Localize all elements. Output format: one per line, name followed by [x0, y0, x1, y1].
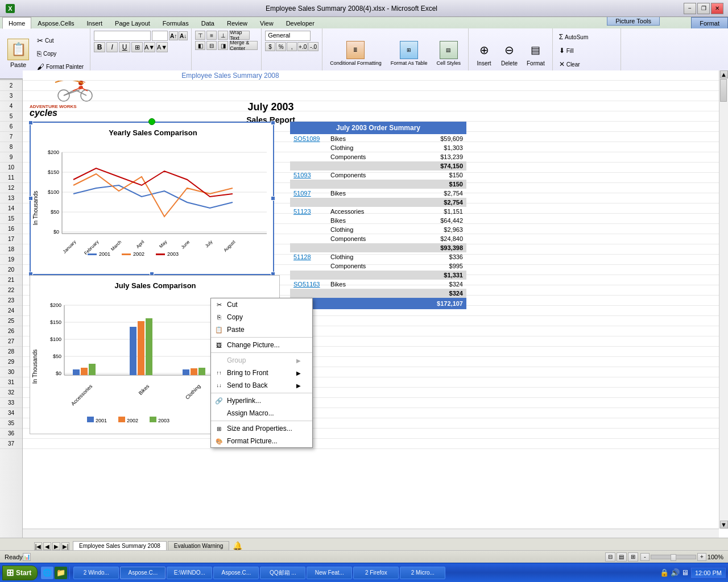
- close-button[interactable]: ✕: [711, 3, 723, 14]
- zoom-decrease[interactable]: -: [640, 553, 650, 561]
- page-break-btn[interactable]: ⊞: [628, 552, 638, 562]
- sheet-prev[interactable]: ◀: [43, 542, 51, 550]
- autosum-button[interactable]: Σ AutoSum: [556, 31, 617, 43]
- align-top[interactable]: ⊤: [195, 31, 205, 40]
- cell-styles-button[interactable]: ▤ Cell Styles: [433, 31, 465, 76]
- zoom-increase[interactable]: +: [697, 553, 706, 561]
- order-id-cell[interactable]: 51097: [290, 189, 327, 198]
- decimal-increase[interactable]: +.0: [297, 42, 308, 51]
- sheet-add-btn[interactable]: 🔔: [230, 541, 242, 550]
- taskbar-btn-firefox[interactable]: 2 Firefox: [353, 567, 399, 579]
- conditional-formatting-button[interactable]: ≣ Conditional Formatting: [326, 31, 386, 76]
- ctx-send-to-back[interactable]: ↓↓ Send to Back ▶: [211, 379, 312, 392]
- ctx-assign-macro[interactable]: Assign Macro...: [211, 407, 312, 419]
- tab-pagelayout[interactable]: Page Layout: [109, 17, 156, 28]
- taskbar-btn-windo2[interactable]: E:\WINDO...: [167, 567, 212, 579]
- ie-icon[interactable]: 🌐: [41, 567, 53, 579]
- ctx-paste[interactable]: 📋 Paste: [211, 323, 312, 336]
- tab-view[interactable]: View: [254, 17, 280, 28]
- bold-button[interactable]: B: [94, 42, 105, 52]
- zoom-thumb[interactable]: [671, 554, 676, 561]
- page-layout-btn[interactable]: ▤: [617, 552, 627, 562]
- delete-button[interactable]: ⊖ Delete: [497, 31, 522, 76]
- fill-color-button[interactable]: A▼: [144, 42, 155, 52]
- align-center[interactable]: ⊟: [206, 41, 217, 50]
- taskbar-btn-qq[interactable]: QQ邮箱 ...: [260, 567, 305, 579]
- clock[interactable]: 12:00 PM: [691, 568, 726, 578]
- number-format-dropdown[interactable]: General: [265, 31, 311, 41]
- font-size-dropdown[interactable]: [152, 31, 168, 41]
- taskbar-btn-windo[interactable]: 2 Windo...: [73, 567, 119, 579]
- paste-button[interactable]: 📋 Paste: [3, 31, 33, 76]
- ready-icon[interactable]: 📊: [23, 553, 31, 561]
- order-id-cell[interactable]: 51093: [290, 171, 327, 180]
- align-bottom[interactable]: ⊥: [218, 31, 228, 40]
- ctx-change-picture[interactable]: 🖼 Change Picture...: [211, 339, 312, 351]
- yearly-sales-chart[interactable]: Yearly Sales Comparison In Thousands $20…: [30, 122, 274, 275]
- rotation-handle[interactable]: [148, 118, 155, 125]
- wrap-text-button[interactable]: Wrap Text: [229, 31, 250, 40]
- sheet-next[interactable]: ▶: [52, 542, 60, 550]
- sheet-last[interactable]: ▶|: [61, 542, 69, 550]
- taskbar-btn-micro[interactable]: 2 Micro...: [400, 567, 445, 579]
- taskbar-btn-newfeat[interactable]: New Feat...: [307, 567, 352, 579]
- sheet-tab-main[interactable]: Employee Sales Summary 2008: [73, 541, 167, 550]
- ctx-format-picture[interactable]: 🎨 Format Picture...: [211, 435, 312, 447]
- restore-button[interactable]: ❐: [697, 3, 710, 14]
- decimal-decrease[interactable]: -.0: [308, 42, 318, 51]
- ctx-hyperlink[interactable]: 🔗 Hyperlink...: [211, 394, 312, 407]
- clear-button[interactable]: ✕ Clear: [556, 58, 617, 70]
- border-button[interactable]: ⊞: [131, 42, 143, 52]
- handle-mr[interactable]: [271, 196, 275, 201]
- window-controls[interactable]: − ❐ ✕: [684, 3, 723, 14]
- normal-view-btn[interactable]: ⊟: [605, 552, 615, 562]
- merge-center-button[interactable]: Merge & Center: [229, 41, 258, 50]
- minimize-button[interactable]: −: [684, 3, 696, 14]
- align-middle[interactable]: ≡: [206, 31, 217, 40]
- ctx-bring-to-front[interactable]: ↑↑ Bring to Front ▶: [211, 367, 312, 379]
- zoom-slider[interactable]: [651, 555, 696, 559]
- font-size-decrease[interactable]: A↓: [179, 31, 188, 40]
- format-button[interactable]: ▤ Format: [523, 31, 549, 76]
- scroll-up[interactable]: ▲: [720, 70, 728, 78]
- comma-button[interactable]: ,: [287, 42, 297, 51]
- italic-button[interactable]: I: [106, 42, 118, 52]
- scroll-down[interactable]: ▼: [720, 521, 728, 529]
- sheet-first[interactable]: |◀: [34, 542, 42, 550]
- horizontal-scrollbar[interactable]: [23, 529, 719, 538]
- font-size-increase[interactable]: A↑: [169, 31, 178, 40]
- tab-review[interactable]: Review: [221, 17, 254, 28]
- underline-button[interactable]: U: [119, 42, 130, 52]
- tab-insert[interactable]: Insert: [81, 17, 109, 28]
- ctx-copy[interactable]: ⎘ Copy: [211, 311, 312, 323]
- sheet-tab-eval[interactable]: Evaluation Warning: [168, 541, 229, 550]
- tab-developer[interactable]: Developer: [280, 17, 321, 28]
- ctx-size-properties[interactable]: ⊞ Size and Properties...: [211, 422, 312, 435]
- insert-button[interactable]: ⊕ Insert: [472, 31, 496, 76]
- fill-button[interactable]: ⬇ Fill: [556, 44, 617, 57]
- tab-data[interactable]: Data: [195, 17, 221, 28]
- handle-tr[interactable]: [271, 120, 275, 125]
- start-button[interactable]: ⊞ Start: [2, 566, 38, 580]
- folder-icon[interactable]: 📁: [55, 567, 67, 579]
- align-right[interactable]: ◨: [218, 41, 228, 50]
- tab-formulas[interactable]: Formulas: [156, 17, 195, 28]
- percent-button[interactable]: %: [276, 42, 286, 51]
- cut-button[interactable]: ✂ Cut: [34, 34, 86, 47]
- ctx-cut[interactable]: ✂ Cut: [211, 298, 312, 311]
- order-id-cell[interactable]: 51123: [290, 207, 327, 216]
- dollar-button[interactable]: $: [265, 42, 275, 51]
- tab-format[interactable]: Format: [691, 17, 728, 28]
- format-as-table-button[interactable]: ⊞ Format As Table: [387, 31, 432, 76]
- tab-home[interactable]: Home: [2, 17, 31, 29]
- font-name-dropdown[interactable]: [94, 31, 151, 41]
- handle-ml[interactable]: [28, 196, 33, 201]
- align-left[interactable]: ◧: [195, 41, 205, 50]
- taskbar-btn-aspose2[interactable]: Aspose.C...: [213, 567, 259, 579]
- handle-tl[interactable]: [28, 120, 33, 125]
- vertical-scrollbar[interactable]: ▲ ▼: [719, 70, 728, 529]
- scroll-thumb[interactable]: [720, 79, 727, 102]
- copy-button[interactable]: ⎘ Copy: [34, 47, 86, 60]
- order-id-cell[interactable]: SO51089: [290, 134, 327, 143]
- tab-aspose[interactable]: Aspose.Cells: [31, 17, 80, 28]
